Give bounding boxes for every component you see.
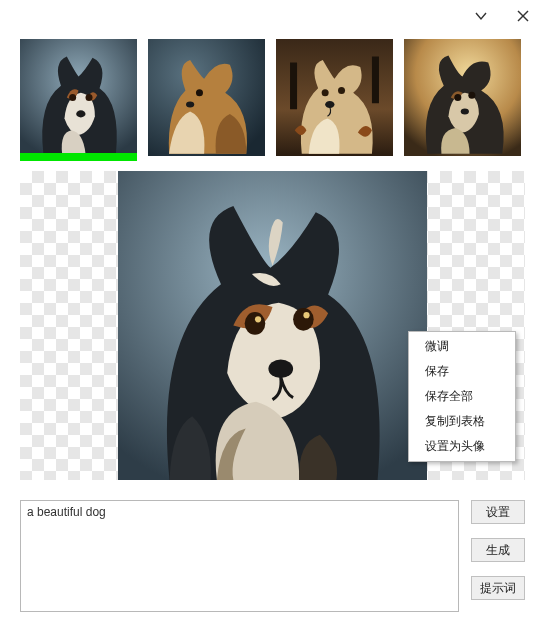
window-titlebar bbox=[0, 0, 545, 32]
svg-point-19 bbox=[293, 308, 314, 331]
svg-point-14 bbox=[454, 94, 461, 101]
minimize-button[interactable] bbox=[469, 4, 493, 28]
menu-item-finetune[interactable]: 微调 bbox=[411, 334, 513, 359]
close-icon bbox=[517, 10, 529, 22]
svg-point-15 bbox=[468, 92, 475, 99]
dog-image-icon bbox=[276, 38, 393, 157]
thumbnail-3[interactable] bbox=[276, 38, 393, 157]
prompt-wrap bbox=[20, 500, 459, 615]
menu-item-save[interactable]: 保存 bbox=[411, 359, 513, 384]
menu-item-copy-to-table[interactable]: 复制到表格 bbox=[411, 409, 513, 434]
generate-button[interactable]: 生成 bbox=[471, 538, 525, 562]
bottom-panel: 设置 生成 提示词 bbox=[20, 500, 525, 615]
button-column: 设置 生成 提示词 bbox=[471, 500, 525, 615]
dog-image-icon bbox=[148, 38, 265, 157]
thumbnail-1[interactable] bbox=[20, 38, 137, 157]
svg-point-21 bbox=[303, 312, 309, 318]
svg-point-7 bbox=[196, 89, 203, 96]
dog-image-icon bbox=[20, 38, 137, 157]
svg-point-22 bbox=[268, 359, 293, 378]
svg-point-20 bbox=[255, 316, 261, 322]
settings-button[interactable]: 设置 bbox=[471, 500, 525, 524]
svg-point-11 bbox=[338, 87, 345, 94]
close-button[interactable] bbox=[511, 4, 535, 28]
svg-point-18 bbox=[245, 312, 266, 335]
thumbnail-4[interactable] bbox=[404, 38, 521, 157]
chevron-down-icon bbox=[474, 9, 488, 23]
svg-point-5 bbox=[76, 110, 85, 117]
svg-point-3 bbox=[69, 94, 76, 101]
preview-image[interactable] bbox=[118, 171, 427, 480]
prompt-input[interactable] bbox=[20, 500, 459, 612]
dog-image-icon bbox=[118, 171, 427, 480]
dog-image-icon bbox=[404, 38, 521, 157]
thumbnail-2[interactable] bbox=[148, 38, 265, 157]
svg-point-10 bbox=[322, 89, 329, 96]
prompt-words-button[interactable]: 提示词 bbox=[471, 576, 525, 600]
svg-point-8 bbox=[186, 102, 194, 108]
menu-item-set-avatar[interactable]: 设置为头像 bbox=[411, 434, 513, 459]
menu-item-save-all[interactable]: 保存全部 bbox=[411, 384, 513, 409]
thumbnail-row bbox=[0, 32, 545, 157]
svg-point-16 bbox=[461, 109, 469, 115]
svg-point-4 bbox=[86, 94, 93, 101]
context-menu: 微调 保存 保存全部 复制到表格 设置为头像 bbox=[408, 331, 516, 462]
